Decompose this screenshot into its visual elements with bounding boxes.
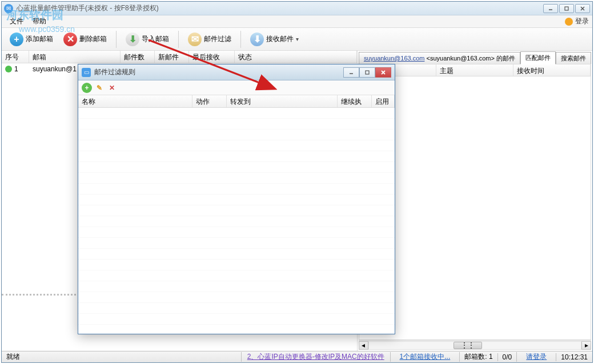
status-please-login[interactable]: 请登录 (521, 353, 551, 361)
plus-icon: + (10, 33, 23, 46)
col-email[interactable]: 邮箱 (29, 51, 121, 63)
status-ratio: 0/0 (497, 353, 517, 361)
dialog-maximize-button[interactable] (359, 67, 375, 78)
col-last[interactable]: 最后接收 (189, 51, 235, 63)
close-button[interactable] (575, 4, 590, 13)
x-icon: ✕ (63, 33, 77, 46)
add-mailbox-label: 添加邮箱 (26, 34, 53, 44)
filter-mail-label: 邮件过滤 (204, 34, 231, 44)
row-num: 1 (14, 65, 18, 73)
window-title: 心蓝批量邮件管理助手(未授权 - 按F8登录授权) (17, 3, 543, 13)
rules-grid-body (78, 108, 395, 334)
receive-icon: ⬇ (250, 33, 264, 46)
svg-rect-5 (366, 71, 369, 74)
status-ad-link[interactable]: 2、心蓝IP自动更换器-修改IP及MAC的好软件 (243, 353, 389, 361)
delete-mailbox-button[interactable]: ✕ 删除邮箱 (60, 30, 110, 48)
window-controls (543, 4, 590, 13)
menu-bar: 文件 帮助 登录 (2, 15, 592, 28)
tab-account-angle: <suyuankun@163.com> (427, 55, 495, 62)
status-time: 10:12:31 (556, 353, 592, 361)
status-receiving[interactable]: 1个邮箱接收中... (395, 353, 455, 361)
status-bar: 就绪 2、心蓝IP自动更换器-修改IP及MAC的好软件 1个邮箱接收中... 邮… (2, 351, 592, 362)
add-rule-button[interactable]: + (82, 83, 92, 93)
horizontal-scrollbar[interactable]: ◂ ⋮⋮ ▸ (359, 340, 591, 350)
toolbar-separator (178, 31, 179, 48)
title-bar: ✉ 心蓝批量邮件管理助手(未授权 - 按F8登录授权) (2, 2, 592, 15)
col-subject[interactable]: 主题 (436, 64, 513, 76)
rule-col-continue[interactable]: 继续执行 (338, 95, 372, 107)
filter-icon: ✉ (188, 33, 202, 46)
add-mailbox-button[interactable]: + 添加邮箱 (6, 30, 57, 48)
col-num[interactable]: 序号 (2, 51, 29, 63)
user-icon (565, 18, 573, 26)
mailbox-list-header: 序号 邮箱 邮件数 新邮件 最后接收 状态 (2, 51, 357, 63)
dialog-minimize-button[interactable] (343, 67, 359, 78)
chevron-down-icon: ▾ (296, 36, 299, 42)
rule-col-action[interactable]: 动作 (192, 95, 227, 107)
tab-account-email: suyuankun@163.com (364, 55, 425, 62)
status-mailbox-count: 邮箱数: 1 (459, 352, 497, 362)
tabs-row: suyuankun@163.com <suyuankun@163.com> 的邮… (359, 52, 591, 64)
col-status[interactable]: 状态 (235, 51, 357, 63)
status-ready: 就绪 (2, 352, 242, 362)
login-link[interactable]: 登录 (565, 17, 589, 26)
edit-rule-button[interactable]: ✎ (94, 83, 105, 93)
import-mailbox-button[interactable]: ⬇ 导入邮箱 (122, 30, 172, 48)
toolbar-separator (240, 31, 241, 48)
scrollbar-track[interactable]: ⋮⋮ (368, 341, 581, 350)
minimize-button[interactable] (543, 4, 558, 13)
dialog-title-bar[interactable]: ▭ 邮件过滤规则 (78, 64, 395, 80)
col-recv-time[interactable]: 接收时间 (513, 64, 591, 76)
delete-mailbox-label: 删除邮箱 (79, 34, 107, 44)
tab-account-mail[interactable]: suyuankun@163.com <suyuankun@163.com> 的邮… (359, 52, 520, 64)
rules-grid-header: 名称 动作 转发到 继续执行 启用 (78, 95, 395, 108)
rule-col-enable[interactable]: 启用 (372, 95, 395, 107)
rule-col-forward[interactable]: 转发到 (227, 95, 338, 107)
tab-account-suffix: 的邮件 (496, 55, 515, 62)
tab-search-mail[interactable]: 搜索邮件 (556, 52, 591, 64)
col-count[interactable]: 邮件数 (121, 51, 155, 63)
dialog-close-button[interactable] (375, 67, 391, 78)
scroll-right-button[interactable]: ▸ (581, 341, 591, 350)
dialog-title: 邮件过滤规则 (94, 67, 343, 77)
delete-rule-button[interactable]: ✕ (107, 83, 117, 93)
dialog-toolbar: + ✎ ✕ (78, 80, 395, 95)
receive-mail-button[interactable]: ⬇ 接收邮件 ▾ (247, 30, 302, 48)
rule-col-name[interactable]: 名称 (78, 95, 192, 107)
filter-mail-button[interactable]: ✉ 邮件过滤 (184, 30, 235, 48)
row-num-cell: 1 (2, 65, 29, 73)
menu-help[interactable]: 帮助 (28, 15, 51, 27)
import-mailbox-label: 导入邮箱 (142, 34, 169, 44)
toolbar: + 添加邮箱 ✕ 删除邮箱 ⬇ 导入邮箱 ✉ 邮件过滤 ⬇ 接收邮件 ▾ (2, 28, 592, 51)
col-new[interactable]: 新邮件 (155, 51, 189, 63)
receive-mail-label: 接收邮件 (266, 34, 294, 44)
scroll-left-button[interactable]: ◂ (359, 341, 368, 350)
maximize-button[interactable] (559, 4, 574, 13)
import-icon: ⬇ (126, 33, 139, 46)
svg-rect-1 (565, 7, 568, 10)
login-label: 登录 (575, 17, 589, 26)
toolbar-separator (116, 31, 117, 48)
filter-rules-dialog: ▭ 邮件过滤规则 + ✎ ✕ 名称 动作 转发到 继续执行 启用 (78, 64, 395, 334)
app-icon: ✉ (4, 4, 13, 13)
dialog-icon: ▭ (82, 68, 91, 77)
status-dot-icon (5, 66, 12, 72)
scrollbar-thumb[interactable]: ⋮⋮ (453, 342, 482, 349)
menu-file[interactable]: 文件 (5, 15, 28, 27)
tab-matched-mail[interactable]: 匹配邮件 (520, 51, 556, 64)
